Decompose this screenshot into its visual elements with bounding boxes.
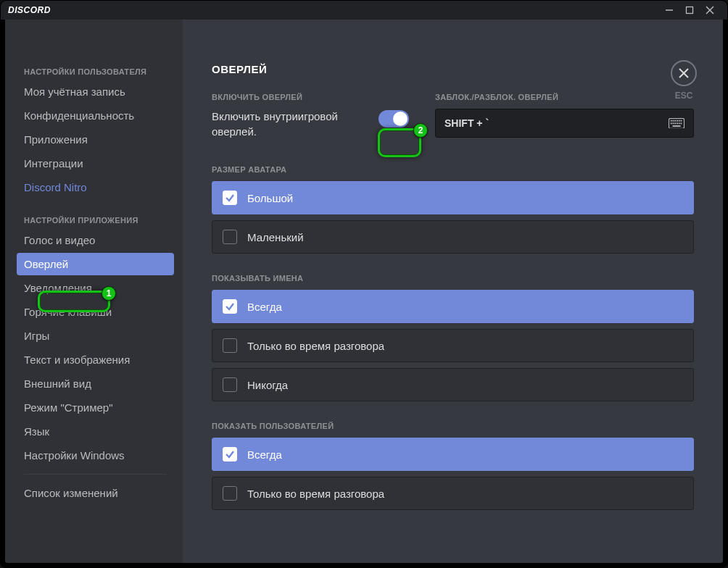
svg-rect-9 [674,120,676,121]
sidebar-item-text-images[interactable]: Текст и изображения [17,348,174,371]
svg-rect-15 [674,122,676,124]
option-label: Всегда [247,301,282,313]
hotkey-value: SHIFT + ` [444,117,489,129]
show-names-label: ПОКАЗЫВАТЬ ИМЕНА [212,274,694,283]
svg-rect-8 [673,120,674,121]
sidebar-item-language[interactable]: Язык [17,420,174,443]
checkbox-icon [223,486,237,501]
checkbox-icon [223,230,237,244]
app-logo: DISCORD [8,5,51,15]
option-label: Всегда [247,448,282,461]
toggle-knob [393,112,408,126]
avatar-option-small[interactable]: Маленький [212,220,694,254]
sidebar-separator [24,474,167,475]
checkbox-icon [223,191,237,205]
sidebar-item-streamer[interactable]: Режим "Стример" [17,396,174,419]
option-label: Большой [247,192,293,204]
sidebar-item-notifications[interactable]: Уведомления [17,277,174,299]
sidebar-item-hotkeys[interactable]: Горячие клавиши [17,301,174,323]
svg-rect-11 [679,120,680,121]
svg-rect-17 [679,122,680,124]
sidebar-item-windows[interactable]: Настройки Windows [17,444,174,467]
sidebar-item-appearance[interactable]: Внешний вид [17,372,174,395]
settings-content: ESC ОВЕРЛЕЙ ВКЛЮЧИТЬ ОВЕРЛЕЙ Включить вн… [183,20,723,563]
sidebar-item-account[interactable]: Моя учётная запись [17,80,174,103]
sidebar-item-games[interactable]: Игры [17,325,174,347]
sidebar-item-apps[interactable]: Приложения [17,128,174,151]
svg-rect-10 [677,120,678,121]
show-names-option-talking[interactable]: Только во время разговора [212,329,694,362]
sidebar-item-privacy[interactable]: Конфиденциальность [17,104,174,127]
show-users-option-talking[interactable]: Только во время разговора [212,477,694,510]
svg-rect-13 [671,122,672,124]
svg-rect-14 [673,122,674,124]
enable-overlay-desc: Включить внутриигровой оверлей. [212,109,364,139]
svg-rect-19 [673,125,681,127]
sidebar-item-nitro[interactable]: Discord Nitro [17,176,174,199]
sidebar-item-overlay[interactable]: Оверлей [17,253,174,275]
svg-rect-18 [680,122,682,124]
enable-overlay-toggle[interactable] [379,110,409,128]
checkbox-icon [223,447,237,462]
sidebar-item-voice[interactable]: Голос и видео [17,229,174,251]
avatar-size-label: РАЗМЕР АВАТАРА [212,165,694,174]
option-label: Только во время разговора [247,340,384,352]
keyboard-icon [669,117,684,129]
svg-rect-16 [677,122,678,124]
sidebar-header-user: НАСТРОЙКИ ПОЛЬЗОВАТЕЛЯ [17,63,174,80]
svg-rect-12 [680,120,682,121]
checkbox-icon [223,338,237,353]
option-label: Только во время разговора [247,488,384,500]
close-window-button[interactable] [700,2,720,18]
option-label: Никогда [247,379,288,391]
esc-label: ESC [675,91,693,101]
lock-overlay-label: ЗАБЛОК./РАЗБЛОК. ОВЕРЛЕЙ [435,93,694,101]
maximize-button[interactable] [679,2,700,18]
sidebar-item-changelog[interactable]: Список изменений [17,482,174,504]
show-users-option-always[interactable]: Всегда [212,438,694,471]
hotkey-input[interactable]: SHIFT + ` [435,109,694,138]
sidebar-item-integrations[interactable]: Интеграции [17,152,174,175]
svg-rect-7 [671,120,672,121]
show-users-label: ПОКАЗАТЬ ПОЛЬЗОВАТЕЛЕЙ [212,422,694,430]
settings-sidebar: НАСТРОЙКИ ПОЛЬЗОВАТЕЛЯ Моя учётная запис… [5,20,183,563]
titlebar: DISCORD [1,1,727,20]
close-settings-button[interactable] [671,60,697,86]
show-names-option-always[interactable]: Всегда [212,290,694,323]
show-names-option-never[interactable]: Никогда [212,368,694,401]
minimize-button[interactable] [659,2,679,18]
checkbox-icon [223,299,237,314]
page-title: ОВЕРЛЕЙ [212,63,694,75]
checkbox-icon [223,377,237,392]
avatar-option-large[interactable]: Большой [212,181,694,214]
enable-overlay-label: ВКЛЮЧИТЬ ОВЕРЛЕЙ [212,93,364,101]
sidebar-header-app: НАСТРОЙКИ ПРИЛОЖЕНИЯ [17,212,174,229]
svg-rect-1 [687,7,693,14]
option-label: Маленький [247,231,304,243]
